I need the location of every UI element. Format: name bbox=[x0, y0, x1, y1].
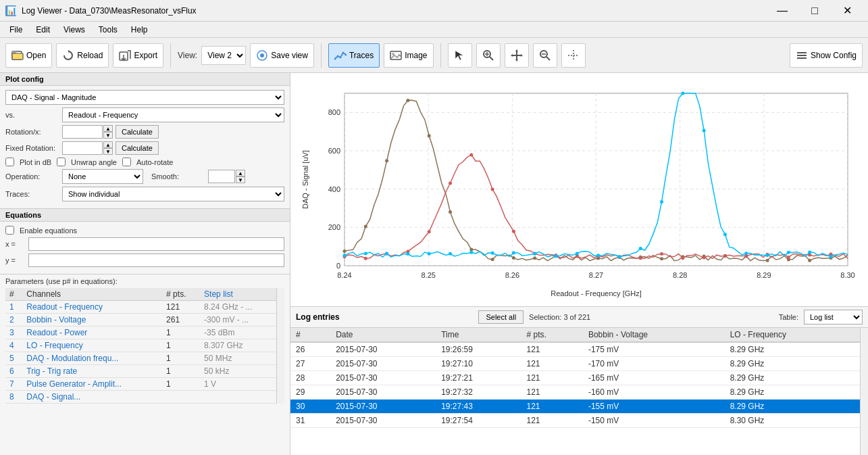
x-input[interactable]: x bbox=[28, 237, 284, 251]
table-row[interactable]: 4 LO - Frequency 1 8.307 GHz bbox=[5, 339, 276, 352]
log-col-lo[interactable]: LO - Frequency bbox=[725, 328, 860, 342]
menu-views[interactable]: Views bbox=[57, 22, 92, 37]
hamburger-icon bbox=[796, 49, 808, 62]
log-scrollbar[interactable] bbox=[860, 328, 868, 455]
fixed-rotation-input[interactable]: 0 bbox=[62, 141, 103, 155]
vs-select[interactable]: Readout - Frequency Bobbin - Voltage Tim… bbox=[62, 107, 284, 122]
log-num: 31 bbox=[290, 414, 330, 428]
log-lo: 8.29 GHz bbox=[725, 400, 860, 414]
zoom-icon bbox=[482, 49, 494, 62]
window-title: Log Viewer - Data_0730\MeasResonator_vsF… bbox=[22, 6, 767, 16]
table-row[interactable]: 2 Bobbin - Voltage 261 -300 mV - ... bbox=[5, 314, 276, 327]
table-row[interactable]: 5 DAQ - Modulation frequ... 1 50 MHz bbox=[5, 352, 276, 365]
rotation-up[interactable]: ▲ bbox=[103, 125, 113, 132]
window-controls[interactable]: — □ ✕ bbox=[767, 0, 863, 22]
operation-select[interactable]: None FFT bbox=[62, 169, 143, 184]
open-button[interactable]: Open bbox=[5, 43, 52, 68]
list-item[interactable]: 31 2015-07-30 19:27:54 121 -150 mV 8.30 … bbox=[290, 414, 860, 428]
log-col-date[interactable]: Date bbox=[330, 328, 436, 342]
rotation-calculate-button[interactable]: Calculate bbox=[116, 125, 159, 139]
table-row[interactable]: 8 DAQ - Signal... bbox=[5, 391, 276, 404]
smooth-up[interactable]: ▲ bbox=[236, 170, 245, 176]
fixed-rotation-calculate-button[interactable]: Calculate bbox=[116, 141, 159, 155]
image-button[interactable]: Image bbox=[384, 43, 433, 68]
pan-button[interactable] bbox=[505, 43, 529, 68]
title-bar: 📊 Log Viewer - Data_0730\MeasResonator_v… bbox=[0, 0, 868, 22]
list-item[interactable]: 26 2015-07-30 19:26:59 121 -175 mV 8.29 … bbox=[290, 342, 860, 357]
select-all-button[interactable]: Select all bbox=[478, 310, 524, 324]
operation-label: Operation: bbox=[5, 172, 59, 181]
menu-tools[interactable]: Tools bbox=[92, 22, 124, 37]
rotation-input[interactable]: 0 bbox=[62, 125, 103, 139]
minimize-button[interactable]: — bbox=[767, 0, 798, 22]
rotation-down[interactable]: ▼ bbox=[103, 132, 113, 139]
signal-select[interactable]: DAQ - Signal - Magnitude DAQ - Signal - … bbox=[5, 90, 284, 105]
y-input[interactable]: y bbox=[28, 254, 284, 267]
log-pts: 121 bbox=[521, 414, 583, 428]
param-num: 4 bbox=[5, 339, 22, 352]
log-col-pts[interactable]: # pts. bbox=[521, 328, 583, 342]
log-date: 2015-07-30 bbox=[330, 371, 436, 385]
param-pts: 1 bbox=[162, 365, 200, 378]
zoom-fit-button[interactable] bbox=[533, 43, 557, 68]
param-step: 1 V bbox=[200, 378, 276, 391]
log-pts: 121 bbox=[521, 371, 583, 385]
param-channel: Trig - Trig rate bbox=[22, 365, 162, 378]
cursor-button[interactable] bbox=[448, 43, 472, 68]
table-row[interactable]: 1 Readout - Frequency 121 8.24 GHz - ... bbox=[5, 301, 276, 314]
traces-button[interactable]: Traces bbox=[328, 43, 380, 68]
menu-help[interactable]: Help bbox=[124, 22, 155, 37]
list-item[interactable]: 27 2015-07-30 19:27:10 121 -170 mV 8.29 … bbox=[290, 357, 860, 371]
zoom-button[interactable] bbox=[476, 43, 501, 68]
fixed-rotation-down[interactable]: ▼ bbox=[103, 148, 113, 155]
table-row[interactable]: 7 Pulse Generator - Amplit... 1 1 V bbox=[5, 378, 276, 391]
params-scrollbar[interactable] bbox=[276, 288, 284, 404]
param-step bbox=[200, 391, 276, 404]
open-label: Open bbox=[26, 51, 46, 60]
traces-label: Traces bbox=[349, 51, 374, 60]
param-channel: DAQ - Signal... bbox=[22, 391, 162, 404]
reload-button[interactable]: Reload bbox=[56, 43, 109, 68]
menu-edit[interactable]: Edit bbox=[29, 22, 57, 37]
log-voltage: -155 mV bbox=[583, 400, 725, 414]
separator-3 bbox=[440, 43, 441, 68]
traces-select[interactable]: Show individual Show average Show all bbox=[62, 187, 284, 201]
param-pts: 1 bbox=[162, 352, 200, 365]
table-row[interactable]: 3 Readout - Power 1 -35 dBm bbox=[5, 327, 276, 339]
param-num: 3 bbox=[5, 327, 22, 339]
svg-marker-25 bbox=[511, 54, 513, 57]
smooth-input[interactable]: 1 bbox=[208, 170, 235, 183]
export-button[interactable]: Export bbox=[113, 43, 163, 68]
save-view-button[interactable]: Save view bbox=[250, 43, 314, 68]
plot-in-db-checkbox[interactable] bbox=[5, 158, 14, 166]
enable-equations-checkbox[interactable] bbox=[5, 226, 14, 235]
maximize-button[interactable]: □ bbox=[799, 0, 830, 22]
show-config-button[interactable]: Show Config bbox=[790, 43, 863, 68]
smooth-down[interactable]: ▼ bbox=[236, 176, 245, 183]
enable-equations-label: Enable equations bbox=[20, 226, 77, 235]
table-row[interactable]: 6 Trig - Trig rate 1 50 kHz bbox=[5, 365, 276, 378]
svg-marker-26 bbox=[521, 54, 523, 57]
plot-in-db-label: Plot in dB bbox=[20, 158, 51, 166]
close-button[interactable]: ✕ bbox=[832, 0, 863, 22]
unwrap-angle-checkbox[interactable] bbox=[57, 158, 66, 166]
smooth-spinner: 1 ▲ ▼ bbox=[208, 170, 245, 183]
param-channel: Readout - Frequency bbox=[22, 301, 162, 314]
x-label: x = bbox=[5, 240, 26, 248]
list-item[interactable]: 29 2015-07-30 19:27:32 121 -160 mV 8.29 … bbox=[290, 385, 860, 400]
param-step: 50 MHz bbox=[200, 352, 276, 365]
view-select[interactable]: View 2 View 1 View 3 bbox=[201, 46, 246, 65]
log-col-voltage[interactable]: Bobbin - Voltage bbox=[583, 328, 725, 342]
auto-rotate-checkbox[interactable] bbox=[122, 158, 131, 166]
fixed-rotation-up[interactable]: ▲ bbox=[103, 141, 113, 148]
log-col-num[interactable]: # bbox=[290, 328, 330, 342]
fixed-rotation-label: Fixed Rotation: bbox=[5, 144, 59, 152]
log-col-time[interactable]: Time bbox=[436, 328, 521, 342]
list-item[interactable]: 28 2015-07-30 19:27:21 121 -165 mV 8.29 … bbox=[290, 371, 860, 385]
table-select[interactable]: Log list Parameters bbox=[804, 310, 863, 325]
crosshair-button[interactable] bbox=[561, 43, 586, 68]
list-item[interactable]: 30 2015-07-30 19:27:43 121 -155 mV 8.29 … bbox=[290, 400, 860, 414]
menu-file[interactable]: File bbox=[3, 22, 29, 37]
log-num: 26 bbox=[290, 342, 330, 357]
image-label: Image bbox=[405, 51, 427, 60]
